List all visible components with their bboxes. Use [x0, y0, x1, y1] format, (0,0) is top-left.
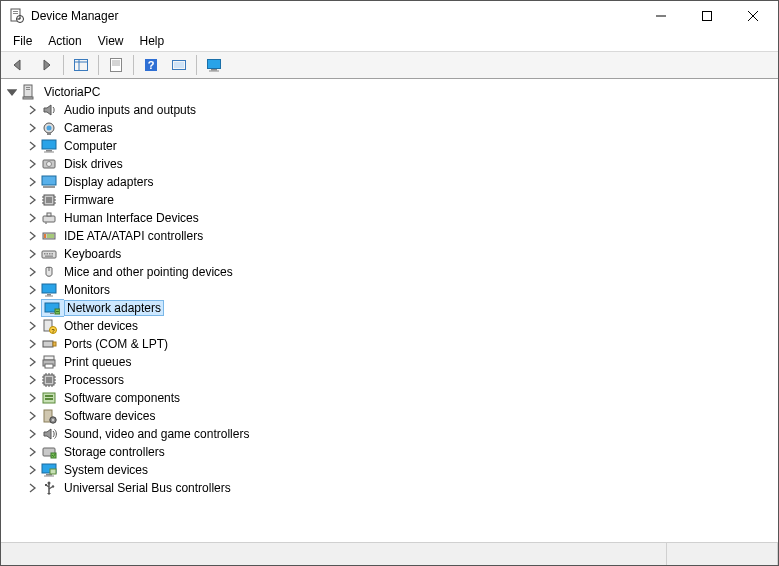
tree-node-label: Keyboards: [61, 246, 124, 262]
close-button[interactable]: [730, 1, 776, 31]
tree-node-keyboards[interactable]: Keyboards: [25, 245, 778, 263]
menu-help[interactable]: Help: [132, 32, 173, 50]
svg-rect-23: [209, 71, 219, 72]
expander-icon[interactable]: [25, 139, 39, 153]
svg-rect-1: [13, 11, 18, 12]
minimize-button[interactable]: [638, 1, 684, 31]
svg-rect-24: [24, 85, 32, 97]
expander-icon[interactable]: [25, 103, 39, 117]
expander-icon[interactable]: [25, 283, 39, 297]
tree-node-label: Network adapters: [64, 300, 164, 316]
tree-node-label: Processors: [61, 372, 127, 388]
disk-icon: [41, 156, 57, 172]
tree-node-mice[interactable]: Mice and other pointing devices: [25, 263, 778, 281]
expander-icon[interactable]: [25, 337, 39, 351]
expander-icon[interactable]: [25, 355, 39, 369]
help-button[interactable]: ?: [138, 53, 164, 77]
swdev-icon: [41, 408, 57, 424]
expander-icon[interactable]: [25, 373, 39, 387]
expander-icon[interactable]: [25, 157, 39, 171]
tree-node-other[interactable]: Other devices: [25, 317, 778, 335]
tree-node-swcomp[interactable]: Software components: [25, 389, 778, 407]
svg-rect-10: [75, 60, 88, 71]
menu-action[interactable]: Action: [40, 32, 89, 50]
tree-node-display[interactable]: Display adapters: [25, 173, 778, 191]
menu-file[interactable]: File: [5, 32, 40, 50]
expander-icon[interactable]: [25, 229, 39, 243]
tree-node-cameras[interactable]: Cameras: [25, 119, 778, 137]
tree-node-swdev[interactable]: Software devices: [25, 407, 778, 425]
toolbar-separator: [196, 55, 197, 75]
tree-root-node[interactable]: VictoriaPC: [5, 83, 778, 101]
svg-rect-26: [26, 89, 30, 90]
ide-icon: [41, 228, 57, 244]
show-hide-tree-button[interactable]: [68, 53, 94, 77]
tree-node-label: Storage controllers: [61, 444, 168, 460]
tree-node-hid[interactable]: Human Interface Devices: [25, 209, 778, 227]
network-icon: [41, 299, 64, 317]
maximize-button[interactable]: [684, 1, 730, 31]
tree-node-sound[interactable]: Sound, video and game controllers: [25, 425, 778, 443]
properties-button[interactable]: [103, 53, 129, 77]
svg-rect-21: [208, 60, 221, 69]
expander-icon[interactable]: [25, 301, 39, 315]
tree-node-computer[interactable]: Computer: [25, 137, 778, 155]
back-button[interactable]: [5, 53, 31, 77]
tree-node-monitors[interactable]: Monitors: [25, 281, 778, 299]
svg-rect-2: [13, 13, 18, 14]
usb-icon: [41, 480, 57, 496]
device-manager-window: Device Manager File Action View Help: [0, 0, 779, 566]
mice-icon: [41, 264, 57, 280]
expander-icon[interactable]: [25, 445, 39, 459]
titlebar: Device Manager: [1, 1, 778, 31]
tree-node-ide[interactable]: IDE ATA/ATAPI controllers: [25, 227, 778, 245]
expander-icon[interactable]: [25, 247, 39, 261]
svg-rect-5: [17, 18, 20, 19]
expander-icon[interactable]: [25, 319, 39, 333]
expander-icon[interactable]: [5, 85, 19, 99]
keyboards-icon: [41, 246, 57, 262]
expander-icon[interactable]: [25, 409, 39, 423]
tree-pane[interactable]: VictoriaPC Audio inputs and outputsCamer…: [1, 79, 778, 542]
tree-node-firmware[interactable]: Firmware: [25, 191, 778, 209]
svg-rect-25: [26, 87, 30, 88]
tree-node-storage[interactable]: Storage controllers: [25, 443, 778, 461]
expander-icon[interactable]: [25, 193, 39, 207]
expander-icon[interactable]: [25, 463, 39, 477]
tree-node-label: Mice and other pointing devices: [61, 264, 236, 280]
audio-icon: [41, 102, 57, 118]
swcomp-icon: [41, 390, 57, 406]
tree-node-network[interactable]: Network adapters: [25, 299, 778, 317]
expander-icon[interactable]: [25, 211, 39, 225]
expander-icon[interactable]: [25, 481, 39, 495]
tree-node-disk[interactable]: Disk drives: [25, 155, 778, 173]
tree-node-system[interactable]: System devices: [25, 461, 778, 479]
tree-node-ports[interactable]: Ports (COM & LPT): [25, 335, 778, 353]
toolbar: ?: [1, 51, 778, 79]
computer-icon: [21, 84, 37, 100]
tree-node-label: Computer: [61, 138, 120, 154]
expander-icon[interactable]: [25, 391, 39, 405]
tree-node-usb[interactable]: Universal Serial Bus controllers: [25, 479, 778, 497]
tree-node-label: Cameras: [61, 120, 116, 136]
tree-node-print[interactable]: Print queues: [25, 353, 778, 371]
tree-node-audio[interactable]: Audio inputs and outputs: [25, 101, 778, 119]
tree-node-processors[interactable]: Processors: [25, 371, 778, 389]
expander-icon[interactable]: [25, 121, 39, 135]
forward-button[interactable]: [33, 53, 59, 77]
tree-children: Audio inputs and outputsCamerasComputerD…: [5, 101, 778, 497]
expander-icon[interactable]: [25, 175, 39, 189]
device-tree: VictoriaPC Audio inputs and outputsCamer…: [1, 81, 778, 499]
menu-view[interactable]: View: [90, 32, 132, 50]
toolbar-separator: [98, 55, 99, 75]
svg-rect-22: [211, 69, 217, 71]
storage-icon: [41, 444, 57, 460]
monitor-icon-button[interactable]: [201, 53, 227, 77]
scan-hardware-button[interactable]: [166, 53, 192, 77]
tree-node-label: System devices: [61, 462, 151, 478]
expander-icon[interactable]: [25, 265, 39, 279]
statusbar: [1, 542, 778, 565]
menubar: File Action View Help: [1, 31, 778, 51]
expander-icon[interactable]: [25, 427, 39, 441]
tree-node-label: Disk drives: [61, 156, 126, 172]
